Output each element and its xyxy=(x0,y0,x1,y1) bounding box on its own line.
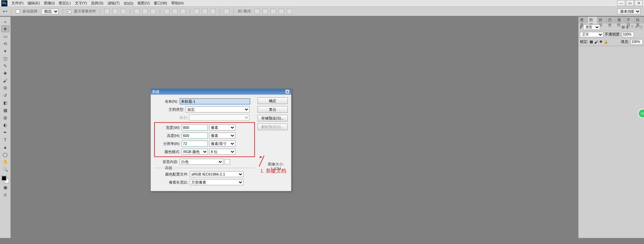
tab-properties[interactable]: 属性 xyxy=(616,17,625,23)
zoom-tool[interactable]: 🔍 xyxy=(1,166,9,173)
menu-layer[interactable]: 图层(L) xyxy=(57,0,73,6)
auto-align-icon[interactable] xyxy=(224,9,229,14)
wand-tool[interactable]: ✦ xyxy=(1,48,9,54)
resolution-input[interactable] xyxy=(182,141,208,147)
reset-button[interactable]: 复位 xyxy=(258,106,288,113)
history-brush-tool[interactable]: ↺ xyxy=(1,92,9,99)
height-unit-dropdown[interactable]: 像素 xyxy=(209,133,235,139)
width-input[interactable] xyxy=(182,125,208,131)
crop-tool[interactable]: ◫ xyxy=(1,55,9,62)
shape-tool[interactable]: ◯ xyxy=(1,151,9,158)
height-input[interactable] xyxy=(182,133,208,139)
background-dropdown[interactable]: 白色 xyxy=(180,159,223,165)
colormode-label: 颜色模式: xyxy=(156,149,180,154)
menu-edit[interactable]: 编辑(E) xyxy=(26,0,42,6)
expand-icon[interactable]: » xyxy=(1,18,9,25)
fill-input[interactable] xyxy=(631,39,643,45)
zoom-icon[interactable] xyxy=(287,9,292,14)
align-icon[interactable] xyxy=(121,9,126,14)
marquee-tool[interactable]: ▭ xyxy=(1,33,9,40)
menu-image[interactable]: 图像(I) xyxy=(42,0,57,6)
distribute-icon[interactable] xyxy=(164,9,170,14)
align-icon[interactable] xyxy=(142,9,148,14)
layer-kind-filter[interactable]: 类型 xyxy=(583,25,600,30)
gradient-tool[interactable]: ▦ xyxy=(1,107,9,113)
tab-channels[interactable]: 通道 xyxy=(579,17,588,23)
menu-view[interactable]: 视图(V) xyxy=(135,0,152,6)
align-icon[interactable] xyxy=(104,9,110,14)
lock-all-icon[interactable]: 🔒 xyxy=(604,40,608,44)
distribute-icon[interactable] xyxy=(180,9,186,14)
ok-button[interactable]: 确定 xyxy=(258,97,288,104)
brush-tool[interactable]: 🖌 xyxy=(1,77,9,84)
eraser-tool[interactable]: ◧ xyxy=(1,99,9,106)
align-icon[interactable] xyxy=(112,9,118,14)
lock-paint-icon[interactable]: 🖌 xyxy=(594,40,598,44)
resolution-unit-dropdown[interactable]: 像素/英寸 xyxy=(209,141,235,147)
filter-type-icon[interactable]: T xyxy=(631,25,633,29)
doctype-dropdown[interactable]: 自定 xyxy=(186,106,249,112)
dodge-tool[interactable]: ◐ xyxy=(1,121,9,128)
type-tool[interactable]: T xyxy=(1,136,9,143)
filter-smart-icon[interactable]: ◫ xyxy=(639,25,643,29)
lock-pos-icon[interactable]: ✥ xyxy=(599,40,602,44)
minimize-button[interactable]: — xyxy=(617,0,625,6)
colormode-dropdown[interactable]: RGB 颜色 xyxy=(182,149,208,155)
dialog-titlebar[interactable]: 新建 ✕ xyxy=(151,89,291,95)
name-input[interactable] xyxy=(180,98,250,104)
tab-history[interactable]: 历史 xyxy=(607,17,616,23)
filter-adjust-icon[interactable]: ◐ xyxy=(626,25,630,29)
move-tool[interactable]: ✥ xyxy=(1,26,9,32)
distribute-icon[interactable] xyxy=(202,9,208,14)
blend-mode-dropdown[interactable]: 正常 xyxy=(580,32,603,37)
auto-select-checkbox[interactable] xyxy=(16,9,20,13)
tab-character[interactable]: 字符 xyxy=(625,17,635,23)
opacity-input[interactable] xyxy=(622,32,634,37)
close-button[interactable]: ✕ xyxy=(635,0,643,6)
path-select-tool[interactable]: ▲ xyxy=(1,144,9,150)
slide-icon[interactable] xyxy=(279,9,284,14)
screenmode-tool[interactable]: ⎚ xyxy=(1,191,9,198)
save-preset-button[interactable]: 存储预设(S)... xyxy=(258,115,288,121)
filter-pixel-icon[interactable]: ▦ xyxy=(622,25,625,29)
distribute-icon[interactable] xyxy=(172,9,178,14)
lasso-tool[interactable]: ⟲ xyxy=(1,40,9,47)
dialog-close-button[interactable]: ✕ xyxy=(285,89,290,94)
menu-window[interactable]: 窗口(W) xyxy=(152,0,169,6)
hand-tool[interactable]: ✋ xyxy=(1,158,9,165)
align-icon[interactable] xyxy=(150,9,156,14)
tab-paths[interactable]: 路径 xyxy=(597,17,607,23)
auto-select-dropdown[interactable]: 图层 xyxy=(41,8,59,14)
heal-tool[interactable]: ✚ xyxy=(1,70,9,77)
pan-icon[interactable] xyxy=(271,9,276,14)
menu-file[interactable]: 文件(F) xyxy=(9,0,26,6)
bg-color-swatch[interactable] xyxy=(225,159,230,164)
menu-select[interactable]: 选择(S) xyxy=(89,0,105,6)
aspect-dropdown[interactable]: 方形像素 xyxy=(190,179,243,185)
profile-dropdown[interactable]: sRGB IEC61966-2.1 xyxy=(190,171,243,177)
lock-trans-icon[interactable]: ▩ xyxy=(590,40,593,44)
roll-icon[interactable] xyxy=(263,9,268,14)
blur-tool[interactable]: ◍ xyxy=(1,114,9,121)
tab-layers[interactable]: 图层 xyxy=(588,17,597,23)
menu-3d[interactable]: 3D(D) xyxy=(122,1,135,6)
menu-filter[interactable]: 滤镜(T) xyxy=(105,0,122,6)
eyedropper-tool[interactable]: ✎ xyxy=(1,62,9,69)
distribute-icon[interactable] xyxy=(194,9,199,14)
menu-help[interactable]: 帮助(H) xyxy=(169,0,186,6)
align-icon[interactable] xyxy=(134,9,140,14)
width-unit-dropdown[interactable]: 像素 xyxy=(209,125,235,131)
workspace-dropdown[interactable]: 基本功能 xyxy=(617,8,641,14)
pen-tool[interactable]: ✒ xyxy=(1,129,9,136)
colordepth-dropdown[interactable]: 8 位 xyxy=(209,149,235,155)
color-swatch[interactable] xyxy=(2,176,9,183)
quickmask-tool[interactable]: ▣ xyxy=(1,184,9,191)
show-transform-checkbox[interactable] xyxy=(67,9,71,13)
tab-paragraph[interactable]: 段落 xyxy=(635,17,644,23)
distribute-icon[interactable] xyxy=(210,9,216,14)
filter-shape-icon[interactable]: ▭ xyxy=(635,25,638,29)
menu-type[interactable]: 文字(Y) xyxy=(73,0,89,6)
orbit-icon[interactable] xyxy=(255,9,260,14)
stamp-tool[interactable]: ⧉ xyxy=(1,85,9,91)
maximize-button[interactable]: ▭ xyxy=(626,0,634,6)
